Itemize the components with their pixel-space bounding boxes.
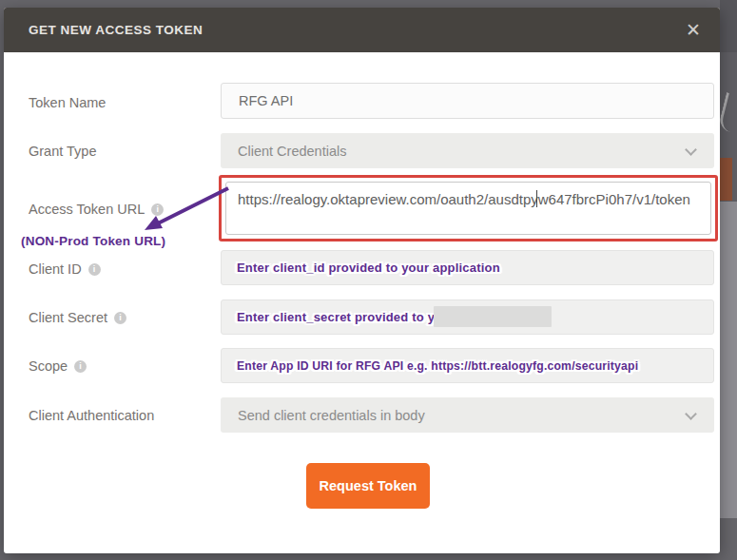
- client-id-label: Client ID i: [29, 261, 101, 278]
- dialog-header: GET NEW ACCESS TOKEN ✕: [4, 8, 720, 52]
- dialog-title: GET NEW ACCESS TOKEN: [29, 23, 203, 37]
- grant-type-label-text: Grant Type: [29, 144, 96, 159]
- background-page-strip: [720, 0, 737, 560]
- text-cursor: [536, 190, 537, 207]
- scope-label-text: Scope: [29, 358, 68, 374]
- close-icon[interactable]: ✕: [674, 8, 712, 52]
- client-secret-label-text: Client Secret: [29, 310, 107, 325]
- non-prod-token-url-annotation: (NON-Prod Token URL): [21, 234, 165, 248]
- token-name-value: RFG API: [239, 93, 293, 108]
- grant-type-label: Grant Type: [29, 143, 96, 160]
- request-token-button[interactable]: Request Token: [306, 463, 430, 509]
- redacted-area: [434, 306, 552, 327]
- access-token-url-label-text: Access Token URL: [29, 202, 145, 217]
- client-secret-label: Client Secret i: [29, 309, 126, 326]
- client-id-input[interactable]: Enter client_id provided to your applica…: [221, 250, 714, 285]
- chevron-down-icon: [685, 408, 697, 420]
- grant-type-value: Client Credentials: [238, 144, 346, 159]
- scope-label: Scope i: [29, 357, 87, 375]
- client-authentication-label-text: Client Authentication: [29, 408, 154, 423]
- token-name-label-text: Token Name: [29, 95, 106, 110]
- info-icon: i: [88, 263, 101, 276]
- scope-input[interactable]: Enter App ID URI for RFG API e.g. https:…: [221, 348, 714, 383]
- client-authentication-select[interactable]: Send client credentials in body: [221, 397, 714, 433]
- annotation-red-highlight-box: https://realogy.oktapreview.com/oauth2/a…: [219, 175, 718, 241]
- chevron-down-icon: [685, 144, 697, 156]
- background-page-fragment: [720, 158, 732, 201]
- client-authentication-value: Send client credentials in body: [238, 408, 425, 423]
- annotation-arrow-icon: [135, 181, 240, 240]
- access-token-url-value: https://realogy.oktapreview.com/oauth2/a…: [238, 191, 690, 207]
- access-token-url-input[interactable]: https://realogy.oktapreview.com/oauth2/a…: [225, 182, 711, 235]
- client-id-label-text: Client ID: [29, 261, 82, 277]
- client-id-placeholder: Enter client_id provided to your applica…: [237, 261, 500, 275]
- token-name-input[interactable]: RFG API: [221, 83, 714, 119]
- info-icon: i: [114, 312, 126, 324]
- client-authentication-label: Client Authentication: [29, 407, 154, 424]
- grant-type-select[interactable]: Client Credentials: [221, 133, 714, 168]
- get-new-access-token-dialog: GET NEW ACCESS TOKEN ✕ Token Name RFG AP…: [4, 8, 720, 553]
- token-name-label: Token Name: [29, 94, 106, 111]
- info-icon: i: [74, 360, 87, 373]
- scope-placeholder: Enter App ID URI for RFG API e.g. https:…: [237, 359, 638, 373]
- client-secret-input[interactable]: Enter client_secret provided to your app…: [221, 299, 714, 335]
